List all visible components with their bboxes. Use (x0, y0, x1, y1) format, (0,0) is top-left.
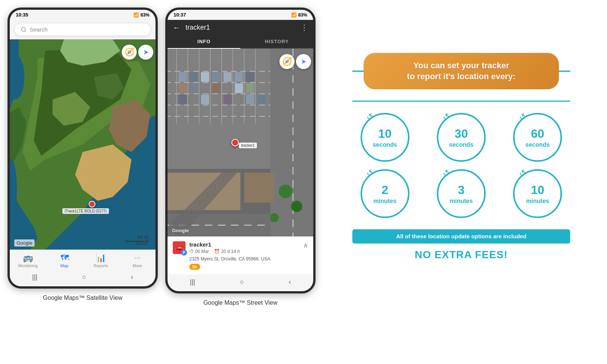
phone2-android-nav: ||| ○ ‹ (168, 274, 313, 291)
svg-rect-22 (201, 72, 209, 82)
tracker-name: tracker1 (189, 241, 270, 248)
android-back-icon[interactable]: ‹ (131, 273, 133, 281)
circle-number-6: 10 (526, 183, 549, 197)
nav-map[interactable]: 🗺 Map (51, 253, 78, 268)
phone1-time: 10:35 (16, 12, 28, 18)
svg-rect-34 (223, 95, 232, 104)
circle-number-2: 30 (449, 126, 474, 141)
map-icon: 🗺 (60, 253, 69, 263)
android2-home-icon[interactable]: ○ (240, 278, 244, 286)
phone2-map[interactable]: 🧭 ➤ tracker1 Google (168, 49, 313, 236)
nav-monitoring[interactable]: 🚌 Monitoring (15, 253, 41, 268)
phone1-marker-label: iTrack1LTE BOLD (0177) (62, 208, 109, 214)
phone1-tracker-marker (89, 201, 95, 208)
phone2-compass-button[interactable]: 🧭 (279, 54, 294, 69)
phone1-map[interactable]: 🧭 ➤ iTrack1LTE BOLD (0177) Google 200 mi… (10, 39, 156, 250)
nav-map-label: Map (60, 263, 68, 268)
circle-number-3: 60 (525, 126, 550, 141)
infographic-inner: You can set your tracker to report it's … (352, 53, 570, 261)
teal-divider-line (352, 101, 570, 102)
phone1-bottom-nav: 🚌 Monitoring 🗺 Map 📊 Reports ··· More (10, 250, 156, 269)
parking-badge: P (181, 250, 187, 256)
circle-text-3: 60 seconds (525, 126, 550, 148)
phone1-caption: Google Maps™ Satellite View (43, 295, 122, 301)
circle-text-2: 30 seconds (449, 126, 474, 148)
tracker-date: 06 Mar (195, 249, 209, 254)
no-fees-text: NO EXTRA FEES! (352, 249, 570, 261)
circle-text-4: 2 minutes (373, 183, 396, 205)
tracker-meta: ⏱ 06 Mar ⏰ 20 d 14 h (189, 249, 270, 254)
svg-point-0 (21, 27, 26, 32)
phone2-tracker-map-label: tracker1 (239, 143, 257, 148)
circle-30-seconds: ↺ 30 seconds (429, 113, 494, 162)
phone1-android-nav: ||| ○ ‹ (10, 269, 156, 286)
android-home-icon[interactable]: ○ (82, 273, 86, 281)
phone2-signal-icon: 📶 (291, 12, 297, 18)
tracker-address: 2325 Myers St, Oroville, CA 95966, USA (189, 256, 270, 262)
circle-border-4: ↺ 2 minutes (361, 169, 409, 218)
circle-border-3: ↺ 60 seconds (513, 113, 562, 162)
tracker-info: tracker1 ⏱ 06 Mar ⏰ 20 d 14 h (189, 241, 270, 270)
phone1-location-button[interactable]: ➤ (138, 45, 153, 60)
phone1-compass-button[interactable]: 🧭 (122, 45, 137, 60)
android2-back-icon[interactable]: ‹ (288, 278, 291, 286)
circle-text-6: 10 minutes (526, 183, 549, 205)
tab-history[interactable]: HISTORY (240, 35, 313, 48)
svg-rect-20 (178, 72, 187, 82)
time-icon: ⏰ (214, 249, 220, 254)
tracker-title: tracker1 (186, 24, 295, 32)
info-header: 🚗 P tracker1 ⏱ 06 Mar ⏰ (173, 241, 308, 270)
headline-box: You can set your tracker to report it's … (364, 53, 559, 89)
svg-rect-27 (178, 83, 187, 93)
time-badge: 5h (189, 264, 200, 270)
circle-border-2: ↺ 30 seconds (437, 113, 486, 162)
tracker-date-item: ⏱ 06 Mar (189, 249, 209, 254)
chevron-up-icon[interactable]: ∧ (303, 241, 308, 250)
circle-text-5: 3 minutes (450, 183, 473, 205)
tracker-duration-item: ⏰ 20 d 14 h (214, 249, 240, 254)
circle-unit-3: seconds (525, 141, 550, 148)
back-arrow-icon[interactable]: ← (173, 23, 180, 32)
android2-recent-icon[interactable]: ||| (190, 278, 195, 286)
svg-rect-35 (246, 95, 254, 104)
phone2-google-watermark: Google (172, 228, 189, 233)
more-icon: ··· (134, 253, 140, 263)
svg-rect-28 (190, 83, 198, 93)
headline-line2: to report it's location every: (407, 72, 516, 81)
clock-icon: ⏱ (189, 249, 194, 254)
svg-rect-25 (235, 72, 243, 82)
circle-border-6: ↺ 10 minutes (513, 169, 562, 218)
circle-60-seconds: ↺ 60 seconds (505, 113, 570, 162)
tab-info[interactable]: INFO (168, 35, 240, 49)
svg-rect-30 (235, 83, 243, 93)
headline-text: You can set your tracker to report it's … (375, 60, 548, 82)
svg-point-41 (279, 185, 292, 198)
phone1-status-bar: 10:35 📶 83% (10, 10, 156, 20)
arrow-icon-4: ↺ (364, 167, 375, 179)
svg-rect-36 (257, 95, 266, 104)
phone2-time: 10:37 (174, 12, 186, 18)
nav-more[interactable]: ··· More (124, 253, 151, 268)
android-recent-icon[interactable]: ||| (32, 273, 38, 281)
arrow-icon-3: ↺ (517, 111, 528, 123)
nav-reports[interactable]: 📊 Reports (88, 253, 114, 268)
tracker-duration: 20 d 14 h (221, 249, 240, 254)
circle-unit-4: minutes (373, 197, 396, 205)
phone1-search-input-box[interactable]: Search (14, 23, 151, 36)
svg-rect-26 (246, 72, 254, 82)
arrow-icon-1: ↺ (364, 111, 375, 123)
more-options-icon[interactable]: ⋮ (300, 23, 308, 32)
svg-rect-23 (212, 72, 220, 82)
satellite-terrain-svg (10, 39, 156, 250)
circle-unit-5: minutes (450, 197, 473, 205)
infographic-panel: You can set your tracker to report it's … (323, 8, 599, 306)
svg-point-42 (291, 201, 302, 212)
phone1-scale-bar: 200 mi 500 km (125, 235, 148, 246)
svg-point-43 (270, 213, 279, 222)
phone2-location-button[interactable]: ➤ (296, 54, 311, 69)
circle-number-4: 2 (373, 183, 396, 197)
nav-monitoring-label: Monitoring (18, 263, 38, 268)
arrow-icon-2: ↺ (441, 111, 452, 123)
phone2-status-bar: 10:37 📶 83% (168, 10, 313, 20)
phone2-tracker-marker (231, 139, 239, 146)
